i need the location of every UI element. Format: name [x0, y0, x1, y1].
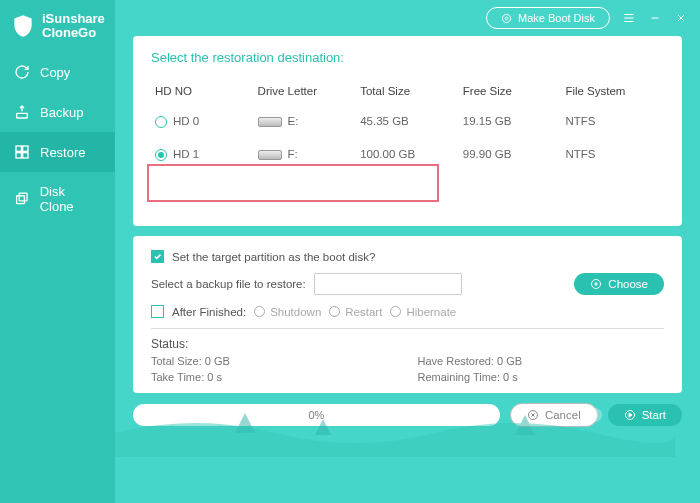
close-icon [675, 12, 687, 24]
titlebar: Make Boot Disk [115, 0, 700, 36]
disk-icon [258, 150, 282, 160]
upload-icon [14, 104, 30, 120]
refresh-icon [14, 64, 30, 80]
minimize-icon [649, 12, 661, 24]
restore-icon [14, 144, 30, 160]
col-fs: File System [561, 77, 664, 105]
col-total: Total Size [356, 77, 459, 105]
svg-rect-1 [16, 146, 21, 151]
after-label: After Finished: [172, 306, 246, 318]
bottom-bar: 0% Cancel Start [133, 403, 682, 427]
svg-rect-4 [23, 153, 28, 158]
radio-restart[interactable] [329, 306, 340, 317]
svg-rect-5 [17, 196, 25, 204]
boot-checkbox-label: Set the target partition as the boot dis… [172, 251, 375, 263]
boot-label: Make Boot Disk [518, 12, 595, 24]
check-icon [153, 252, 162, 261]
col-free: Free Size [459, 77, 562, 105]
boot-checkbox[interactable] [151, 250, 164, 263]
status-remain: Remaining Time: 0 s [418, 371, 665, 383]
app-logo: iSunshare CloneGo [0, 0, 115, 52]
radio-hd0[interactable] [155, 116, 167, 128]
status-restored: Have Restored: 0 GB [418, 355, 665, 367]
status-block: Status: Total Size: 0 GB Have Restored: … [151, 337, 664, 383]
options-panel: Set the target partition as the boot dis… [133, 236, 682, 393]
svg-point-7 [502, 14, 510, 22]
radio-hibernate[interactable] [390, 306, 401, 317]
nav-label: Copy [40, 65, 70, 80]
radio-hd1[interactable] [155, 149, 167, 161]
table-row[interactable]: HD 0 E: 45.35 GB 19.15 GB NTFS [151, 105, 664, 138]
nav-restore[interactable]: Restore [0, 132, 115, 172]
svg-rect-2 [23, 146, 28, 151]
choose-button[interactable]: Choose [574, 273, 664, 295]
play-icon [624, 409, 636, 421]
close-button[interactable] [674, 11, 688, 25]
divider [151, 328, 664, 329]
nav-label: Disk Clone [40, 184, 101, 214]
table-row[interactable]: HD 1 F: 100.00 GB 99.90 GB NTFS [151, 138, 664, 171]
shield-icon [10, 13, 36, 39]
destination-table: HD NO Drive Letter Total Size Free Size … [151, 77, 664, 171]
svg-rect-3 [16, 153, 21, 158]
svg-rect-6 [19, 193, 27, 201]
radio-shutdown[interactable] [254, 306, 265, 317]
cancel-icon [527, 409, 539, 421]
main-area: Make Boot Disk Select the restoration de… [115, 0, 700, 503]
content: Select the restoration destination: HD N… [115, 36, 700, 503]
minimize-button[interactable] [648, 11, 662, 25]
disk-icon [258, 117, 282, 127]
app-name: iSunshare CloneGo [42, 12, 105, 40]
cancel-button[interactable]: Cancel [510, 403, 598, 427]
status-label: Status: [151, 337, 664, 351]
sidebar: iSunshare CloneGo Copy Backup Restore Di… [0, 0, 115, 503]
clone-icon [14, 191, 30, 207]
menu-button[interactable] [622, 11, 636, 25]
make-boot-disk-button[interactable]: Make Boot Disk [486, 7, 610, 29]
backup-file-input[interactable] [314, 273, 462, 295]
backup-label: Select a backup file to restore: [151, 278, 306, 290]
start-button[interactable]: Start [608, 404, 682, 426]
destination-panel: Select the restoration destination: HD N… [133, 36, 682, 226]
disc-icon [501, 13, 512, 24]
nav-copy[interactable]: Copy [0, 52, 115, 92]
svg-rect-0 [17, 113, 28, 118]
status-total: Total Size: 0 GB [151, 355, 398, 367]
nav-backup[interactable]: Backup [0, 92, 115, 132]
plus-circle-icon [590, 278, 602, 290]
menu-icon [622, 11, 636, 25]
nav-disk-clone[interactable]: Disk Clone [0, 172, 115, 226]
after-checkbox[interactable] [151, 305, 164, 318]
svg-point-8 [505, 17, 508, 20]
nav-label: Restore [40, 145, 86, 160]
status-take: Take Time: 0 s [151, 371, 398, 383]
col-drive: Drive Letter [254, 77, 357, 105]
nav-label: Backup [40, 105, 83, 120]
panel-title: Select the restoration destination: [151, 50, 664, 65]
col-hdno: HD NO [151, 77, 254, 105]
progress-bar: 0% [133, 404, 500, 426]
